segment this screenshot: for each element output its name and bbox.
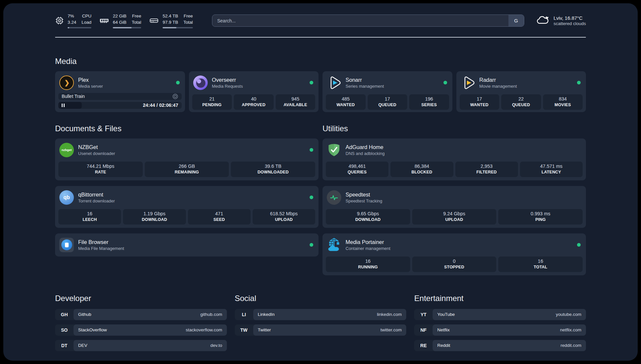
stat-seed: 471SEED (188, 209, 251, 225)
app-card-sonarr[interactable]: Sonarr Series management 485WANTED 17QUE… (322, 71, 452, 112)
playback-time: 24:44 / 02:06:47 (143, 103, 181, 108)
bookmark-abbr: SO (55, 324, 74, 336)
bookmark-name: Twitter (258, 327, 271, 332)
bookmark-url: reddit.com (561, 343, 581, 348)
bookmark-reddit[interactable]: RE Reddit reddit.com (414, 340, 586, 351)
bookmark-abbr: RE (414, 340, 433, 351)
app-subtitle: Series management (346, 84, 384, 89)
app-subtitle: Media server (78, 84, 103, 89)
bookmark-abbr: LI (235, 309, 253, 320)
bookmark-youtube[interactable]: YT YouTube youtube.com (414, 309, 586, 320)
disk-total-label: Total (183, 19, 193, 26)
section-title-developer: Developer (55, 294, 227, 303)
stat-filtered: 2,953FILTERED (455, 162, 518, 177)
bookmark-name: Netflix (437, 327, 450, 332)
app-card-adguard[interactable]: AdGuard Home DNS and adblocking 498,461Q… (322, 138, 586, 180)
app-subtitle: Speedtest Tracking (346, 198, 382, 203)
app-card-portainer[interactable]: Media Portainer Container management 16R… (322, 233, 586, 275)
stat-available: 945AVAILABLE (276, 94, 316, 110)
section-developer: Developer GH Github github.com SO StackO… (55, 294, 227, 351)
status-dot-online (443, 81, 447, 84)
section-title-entertainment: Entertainment (414, 294, 586, 303)
app-card-speedtest[interactable]: Speedtest Speedtest Tracking 9.65 GbpsDO… (322, 186, 586, 228)
status-dot-online (310, 196, 313, 199)
stat-wanted: 485WANTED (326, 94, 366, 110)
stat-download: 9.65 GbpsDOWNLOAD (326, 209, 410, 225)
plex-icon: ❯ (59, 76, 74, 90)
app-title: AdGuard Home (346, 144, 385, 150)
stat-queries: 498,461QUERIES (326, 162, 388, 177)
bookmark-url: dev.to (210, 343, 222, 348)
memory-widget: 22 GiB 64 GiB Free Total (99, 13, 141, 28)
memory-total-label: Total (132, 19, 141, 26)
stat-download: 1.19 GbpsDOWNLOAD (123, 209, 186, 225)
cpu-load-label: Load (81, 19, 91, 26)
cpu-progress-bar (68, 27, 91, 28)
bookmark-name: YouTube (437, 312, 455, 317)
app-title: Radarr (479, 77, 517, 83)
app-title: File Browser (78, 239, 124, 245)
app-card-plex[interactable]: ❯ Plex Media server Bullet Train (55, 71, 185, 112)
playback-elapsed-fill (58, 102, 82, 109)
memory-icon (99, 16, 109, 25)
section-social: Social LI LinkedIn linkedin.com TW Twitt… (235, 294, 407, 351)
bookmark-name: StackOverflow (78, 327, 107, 332)
section-documents: Documents & Files nzbget NZBGet Usenet d… (55, 124, 319, 275)
app-title: Plex (78, 77, 103, 83)
disk-total-value: 97.9 TB (163, 19, 178, 26)
memory-free-label: Free (132, 13, 141, 19)
bookmark-stackoverflow[interactable]: SO StackOverflow stackoverflow.com (55, 324, 227, 336)
app-card-nzbget[interactable]: nzbget NZBGet Usenet downloader 744.21 M… (55, 138, 319, 180)
bookmark-name: DEV (78, 343, 87, 348)
pause-icon (62, 104, 65, 107)
bookmark-github[interactable]: GH Github github.com (55, 309, 227, 320)
status-dot-online (176, 81, 180, 84)
app-title: NZBGet (78, 144, 115, 150)
adguard-icon (327, 143, 341, 157)
status-dot-online (310, 243, 313, 247)
stat-upload: 9.24 GbpsUPLOAD (412, 209, 497, 225)
bookmark-linkedin[interactable]: LI LinkedIn linkedin.com (235, 309, 407, 320)
app-title: Sonarr (346, 77, 384, 83)
now-playing-row: Bullet Train (58, 93, 182, 100)
stat-pending: 21PENDING (192, 94, 232, 110)
bookmark-url: netflix.com (560, 327, 581, 332)
app-title: qBittorrent (78, 192, 115, 198)
memory-free-value: 22 GiB (113, 13, 126, 19)
disk-icon (149, 16, 159, 25)
bookmark-dev[interactable]: DT DEV dev.to (55, 340, 227, 351)
disk-free-label: Free (183, 13, 193, 19)
app-subtitle: Usenet downloader (78, 151, 115, 156)
weather-location: Lviv, 16.87°C (554, 15, 586, 21)
status-dot-online (310, 148, 313, 152)
app-subtitle: Media File Management (78, 246, 124, 251)
search-engine-button[interactable]: G (508, 15, 524, 26)
speedtest-icon (327, 190, 341, 205)
stat-remaining: 266 GBREMAINING (145, 162, 229, 177)
app-card-filebrowser[interactable]: File Browser Media File Management (55, 233, 319, 257)
cpu-widget: 7% 3.24 CPU Load (55, 13, 91, 28)
search-input[interactable] (212, 15, 508, 26)
status-dot-online (577, 243, 581, 247)
dashboard-page: 7% 3.24 CPU Load (3, 3, 638, 361)
search-bar: G (212, 15, 524, 27)
stat-movies: 834MOVIES (543, 94, 583, 110)
stat-blocked: 86,384BLOCKED (390, 162, 453, 177)
app-card-overseerr[interactable]: Overseerr Media Requests 21PENDING 40APP… (189, 71, 319, 112)
bookmark-twitter[interactable]: TW Twitter twitter.com (235, 324, 407, 336)
stat-running: 16RUNNING (326, 257, 410, 272)
stat-downloaded: 39.6 TBDOWNLOADED (231, 162, 315, 177)
section-media: Media ❯ Plex Media server Bullet Train (55, 57, 586, 112)
bookmark-netflix[interactable]: NF Netflix netflix.com (414, 324, 586, 336)
topbar: 7% 3.24 CPU Load (55, 13, 586, 28)
bookmark-abbr: NF (414, 324, 433, 336)
topbar-divider (55, 37, 586, 38)
bookmark-url: twitter.com (381, 327, 402, 332)
bookmark-name: Reddit (437, 343, 450, 348)
app-card-radarr[interactable]: Radarr Movie management 17WANTED 22QUEUE… (456, 71, 586, 112)
app-subtitle: Container management (346, 246, 390, 251)
bookmark-url: stackoverflow.com (186, 327, 222, 332)
section-utilities: Utilities AdGuard Home (322, 124, 586, 275)
app-card-qbittorrent[interactable]: qb qBittorrent Torrent downloader 16LEEC… (55, 186, 319, 228)
cpu-usage-value: 7% (68, 13, 76, 19)
